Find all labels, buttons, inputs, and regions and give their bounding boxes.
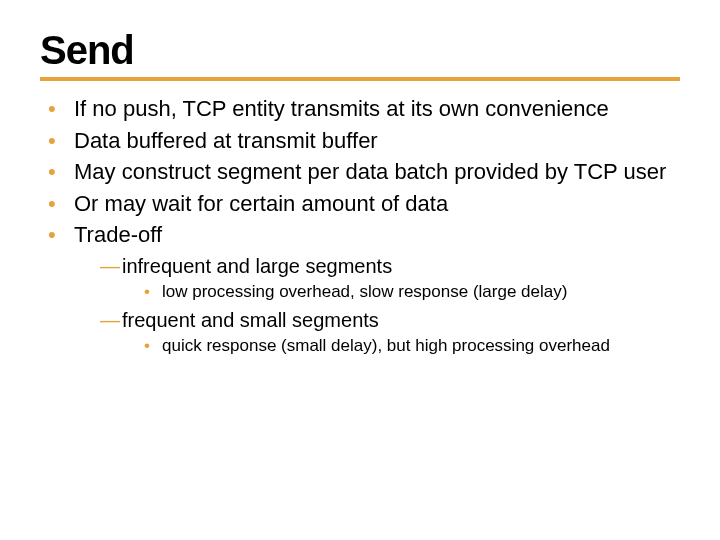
list-item: Trade-off infrequent and large segments … [48, 221, 680, 357]
sub-sub-list: quick response (small delay), but high p… [144, 335, 680, 357]
slide-title: Send [40, 28, 680, 73]
list-item: infrequent and large segments low proces… [100, 253, 680, 303]
bullet-list: If no push, TCP entity transmits at its … [48, 95, 680, 357]
list-item: Or may wait for certain amount of data [48, 190, 680, 218]
title-underline [40, 77, 680, 81]
sub-sub-list: low processing overhead, slow response (… [144, 281, 680, 303]
slide: Send If no push, TCP entity transmits at… [0, 0, 720, 381]
list-item-label: infrequent and large segments [122, 255, 392, 277]
list-item-label: Trade-off [74, 222, 162, 247]
sub-list: infrequent and large segments low proces… [100, 253, 680, 357]
list-item: May construct segment per data batch pro… [48, 158, 680, 186]
list-item: If no push, TCP entity transmits at its … [48, 95, 680, 123]
list-item: low processing overhead, slow response (… [144, 281, 680, 303]
list-item: quick response (small delay), but high p… [144, 335, 680, 357]
list-item: Data buffered at transmit buffer [48, 127, 680, 155]
list-item: frequent and small segments quick respon… [100, 307, 680, 357]
list-item-label: frequent and small segments [122, 309, 379, 331]
